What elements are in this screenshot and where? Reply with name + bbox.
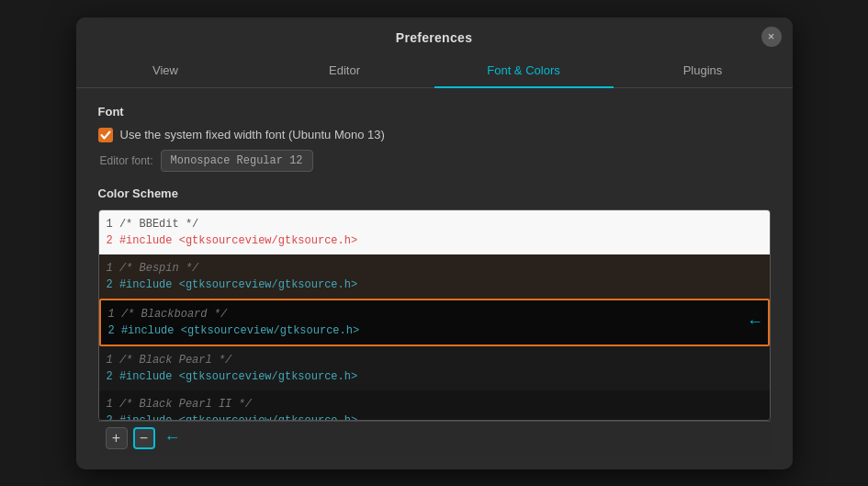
editor-font-row: Editor font: Monospace Regular 12 xyxy=(100,150,771,172)
system-font-label: Use the system fixed width font (Ubuntu … xyxy=(120,128,385,141)
scheme-blackboard-line1: 1 /* Blackboard */ xyxy=(108,306,360,322)
tab-content: Font Use the system fixed width font (Ub… xyxy=(76,88,793,469)
scheme-bespin-line2: 2 #include <gtksourceview/gtksource.h> xyxy=(107,277,762,293)
scheme-blackpearl2-line2: 2 #include <gtksourceview/gtksource.h> xyxy=(107,413,762,421)
tab-view[interactable]: View xyxy=(76,54,255,88)
scheme-blackpearl2-line1: 1 /* Black Pearl II */ xyxy=(107,396,762,413)
close-button[interactable]: × xyxy=(761,27,782,47)
scheme-blackpearl-line1: 1 /* Black Pearl */ xyxy=(107,352,762,368)
tab-editor[interactable]: Editor xyxy=(255,54,434,88)
add-scheme-button[interactable]: + xyxy=(106,427,128,449)
bottom-toolbar: + − ← xyxy=(98,421,771,455)
scheme-item-blackpearl2[interactable]: 1 /* Black Pearl II */ 2 #include <gtkso… xyxy=(99,390,770,421)
scheme-blackboard-line2: 2 #include <gtksourceview/gtksource.h> xyxy=(108,322,360,339)
font-section-label: Font xyxy=(98,105,771,119)
remove-scheme-button[interactable]: − xyxy=(133,427,155,449)
scheme-blackpearl-line2: 2 #include <gtksourceview/gtksource.h> xyxy=(107,368,762,385)
scheme-item-blackpearl[interactable]: 1 /* Black Pearl */ 2 #include <gtksourc… xyxy=(99,346,770,390)
selected-arrow-icon: ← xyxy=(750,310,761,334)
scheme-item-bespin[interactable]: 1 /* Bespin */ 2 #include <gtksourceview… xyxy=(99,254,770,299)
scheme-item-bbedit[interactable]: 1 /* BBEdit */ 2 #include <gtksourceview… xyxy=(99,210,770,254)
tab-font-colors[interactable]: Font & Colors xyxy=(434,54,614,88)
color-scheme-list[interactable]: 1 /* BBEdit */ 2 #include <gtksourceview… xyxy=(98,209,771,421)
scheme-bbedit-line2: 2 #include <gtksourceview/gtksource.h> xyxy=(107,232,762,249)
color-scheme-label: Color Scheme xyxy=(98,186,771,200)
tab-plugins[interactable]: Plugins xyxy=(614,54,793,88)
scheme-bespin-line1: 1 /* Bespin */ xyxy=(107,260,762,277)
editor-font-label: Editor font: xyxy=(100,154,153,167)
preferences-dialog: Preferences × View Editor Font & Colors … xyxy=(76,17,793,469)
scheme-item-blackboard[interactable]: 1 /* Blackboard */ 2 #include <gtksource… xyxy=(99,299,770,346)
system-font-checkbox[interactable] xyxy=(98,128,113,142)
tab-bar: View Editor Font & Colors Plugins xyxy=(76,54,793,88)
color-scheme-section: Color Scheme 1 /* BBEdit */ 2 #include <… xyxy=(98,186,771,455)
scheme-blackboard-text: 1 /* Blackboard */ 2 #include <gtksource… xyxy=(108,306,360,339)
system-font-checkbox-row: Use the system fixed width font (Ubuntu … xyxy=(98,128,771,142)
remove-arrow-icon: ← xyxy=(164,428,181,447)
editor-font-button[interactable]: Monospace Regular 12 xyxy=(161,150,313,172)
dialog-header: Preferences × xyxy=(76,17,793,45)
dialog-title: Preferences xyxy=(396,30,472,45)
font-section: Font Use the system fixed width font (Ub… xyxy=(98,105,771,172)
scheme-bbedit-line1: 1 /* BBEdit */ xyxy=(107,216,762,232)
checkmark-icon xyxy=(100,130,111,141)
